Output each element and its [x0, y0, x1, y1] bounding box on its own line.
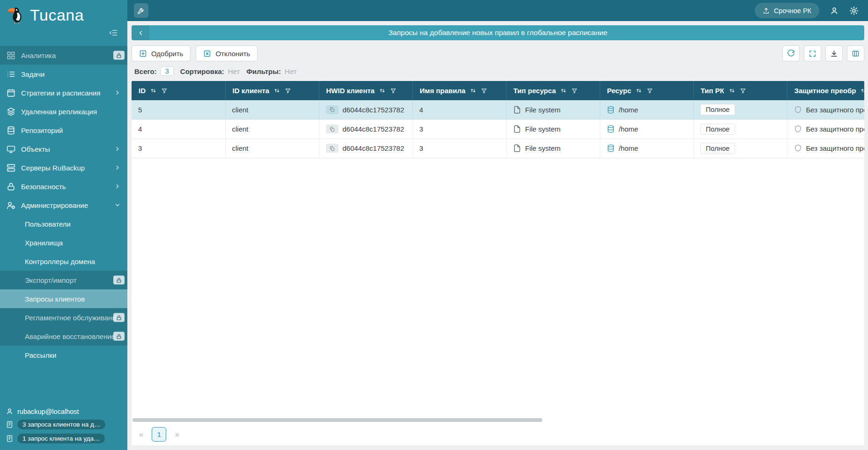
approve-button[interactable]: Одобрить: [132, 45, 191, 61]
column-header-resource-type[interactable]: Тип ресурса: [506, 81, 600, 100]
server-icon: [7, 163, 15, 172]
chevron-right-icon: [114, 183, 121, 190]
account-icon[interactable]: [830, 6, 839, 15]
sidebar-item-domain-controllers[interactable]: Контроллеры домена: [0, 252, 127, 271]
sidebar-item-label: Регламентное обслуживание: [25, 314, 120, 322]
sidebar-collapse-icon[interactable]: [109, 28, 118, 37]
sort-icon[interactable]: [379, 87, 386, 94]
table-row[interactable]: 4 client d6044c8c17523782 3 File system …: [132, 119, 864, 139]
reject-button[interactable]: Отклонить: [196, 45, 257, 61]
cell-rule-name: 4: [419, 106, 423, 114]
chevron-right-icon: [114, 89, 121, 96]
filter-icon[interactable]: [481, 88, 487, 94]
horizontal-scrollbar-thumb[interactable]: [132, 418, 542, 422]
cell-protection: Без защитного прео: [806, 125, 865, 133]
column-header-hwid[interactable]: HWID клиента: [319, 81, 412, 100]
sidebar-item-servers[interactable]: Серверы RuBackup: [0, 158, 127, 177]
urgent-backup-button[interactable]: Срочное РК: [755, 3, 819, 18]
column-header-rule-name[interactable]: Имя правила: [412, 81, 506, 100]
backup-type-badge: Полное: [700, 124, 736, 135]
copy-button[interactable]: [326, 105, 338, 114]
sidebar-item-storages[interactable]: Хранилища: [0, 233, 127, 252]
sidebar-item-label: Аналитика: [21, 52, 56, 59]
sidebar-item-tasks[interactable]: Задачи: [0, 65, 127, 83]
table-panel: ID ID клиента HWID клиента Имя правила Т…: [132, 81, 864, 445]
pagination-first-icon[interactable]: «: [139, 430, 143, 439]
sidebar: Tucana Аналитика Задачи Стратегии и расп…: [0, 0, 127, 450]
cell-resource: /home: [619, 125, 639, 133]
filter-icon[interactable]: [647, 88, 653, 94]
chevron-right-icon: [114, 146, 121, 152]
fullscreen-button[interactable]: [804, 45, 821, 61]
add-requests-badge[interactable]: 3 запроса клиентов на д…: [17, 420, 105, 429]
page-header: Запросы на добавление новых правил в гло…: [132, 25, 864, 40]
download-button[interactable]: [825, 45, 843, 61]
tools-button[interactable]: [134, 3, 148, 18]
cell-resource-type: File system: [525, 125, 561, 133]
sort-label: Сортировка:: [180, 67, 224, 75]
column-header-id[interactable]: ID: [132, 81, 225, 100]
sidebar-item-label: Удаленная репликация: [21, 108, 97, 116]
user-gear-icon: [7, 201, 15, 210]
lock-icon: [7, 182, 15, 191]
sort-icon[interactable]: [635, 87, 642, 94]
notification-remove-requests: 1 запрос клиента на уда…: [6, 434, 122, 443]
report-icon: [6, 420, 14, 428]
shield-icon: [794, 125, 802, 133]
file-icon: [513, 106, 521, 114]
filter-icon[interactable]: [285, 88, 291, 94]
remove-requests-badge[interactable]: 1 запрос клиента на уда…: [17, 434, 105, 443]
table-row[interactable]: 3 client d6044c8c17523782 3 File system …: [132, 139, 864, 158]
sort-icon[interactable]: [273, 87, 280, 94]
sidebar-item-export-import[interactable]: Экспорт/импорт: [0, 271, 127, 289]
user-icon: [6, 407, 14, 415]
sort-icon[interactable]: [150, 87, 157, 94]
copy-button[interactable]: [326, 125, 338, 133]
sidebar-item-disaster-recovery[interactable]: Аварийное восстановление: [0, 327, 127, 346]
x-square-icon: [203, 50, 211, 58]
back-button[interactable]: [132, 25, 149, 40]
sidebar-item-users[interactable]: Пользователи: [0, 214, 127, 233]
table-viewport: ID ID клиента HWID клиента Имя правила Т…: [132, 81, 864, 417]
sidebar-item-administration[interactable]: Администрирование: [0, 196, 127, 214]
cell-client-id: client: [232, 144, 249, 152]
sort-icon[interactable]: [860, 87, 864, 94]
cell-protection: Без защитного прео: [806, 106, 865, 114]
sort-icon[interactable]: [728, 87, 736, 94]
file-icon: [513, 125, 521, 133]
sidebar-item-label: Репозиторий: [21, 126, 63, 134]
sidebar-item-label: Объекты: [21, 145, 50, 153]
sidebar-item-security[interactable]: Безопасность: [0, 177, 127, 196]
sidebar-item-strategies[interactable]: Стратегии и расписания: [0, 83, 127, 102]
column-header-backup-type[interactable]: Тип РК: [693, 81, 787, 100]
backup-type-badge: Полное: [700, 104, 736, 115]
sort-icon[interactable]: [470, 87, 477, 94]
pagination-last-icon[interactable]: »: [175, 430, 179, 439]
topbar: Срочное РК: [127, 0, 868, 21]
pagination-page-1[interactable]: 1: [152, 427, 166, 442]
sidebar-item-replication[interactable]: Удаленная репликация: [0, 102, 127, 121]
filter-icon[interactable]: [161, 88, 168, 94]
column-header-client-id[interactable]: ID клиента: [225, 81, 319, 100]
cell-rule-name: 3: [419, 125, 423, 133]
sidebar-item-label: Рассылки: [25, 351, 56, 359]
sort-icon[interactable]: [560, 87, 567, 94]
filter-icon[interactable]: [740, 88, 746, 94]
table-row[interactable]: 5 client d6044c8c17523782 4 File system …: [132, 100, 864, 119]
sidebar-item-client-requests[interactable]: Запросы клиентов: [0, 289, 127, 308]
sidebar-item-objects[interactable]: Объекты: [0, 140, 127, 158]
filter-icon[interactable]: [571, 88, 578, 94]
refresh-button[interactable]: [782, 45, 800, 61]
sidebar-item-scheduled-maintenance[interactable]: Регламентное обслуживание: [0, 308, 127, 327]
sidebar-item-analytics[interactable]: Аналитика: [0, 46, 127, 65]
sidebar-item-mailings[interactable]: Рассылки: [0, 346, 127, 364]
filter-icon[interactable]: [390, 88, 397, 94]
sidebar-footer: rubackup@localhost 3 запроса клиентов на…: [0, 405, 127, 450]
column-header-protection[interactable]: Защитное преобр: [787, 81, 864, 100]
settings-gear-icon[interactable]: [849, 6, 859, 15]
column-header-resource[interactable]: Ресурс: [600, 81, 693, 100]
sidebar-item-repository[interactable]: Репозиторий: [0, 121, 127, 140]
cell-rule-name: 3: [419, 144, 423, 152]
copy-button[interactable]: [326, 144, 338, 153]
columns-button[interactable]: [847, 45, 864, 61]
